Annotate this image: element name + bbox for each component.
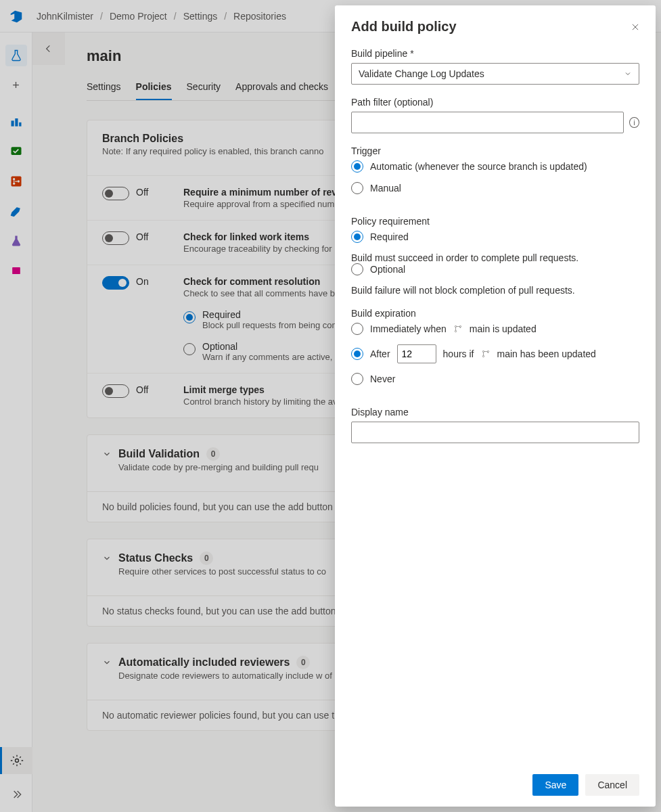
save-button[interactable]: Save xyxy=(532,774,578,796)
radio-immediate[interactable] xyxy=(351,323,363,335)
display-name-input[interactable] xyxy=(351,422,639,443)
expiration-option-after[interactable]: After hours if main has been updated xyxy=(351,344,639,363)
option-desc: Build must succeed in order to complete … xyxy=(351,252,639,263)
option-label-prefix: Immediately when xyxy=(370,323,447,334)
field-label: Trigger xyxy=(351,145,639,156)
close-button[interactable] xyxy=(626,18,645,37)
field-label: Display name xyxy=(351,407,639,418)
svg-point-10 xyxy=(455,325,456,327)
field-label: Build pipeline * xyxy=(351,48,639,59)
option-label-prefix: After xyxy=(370,348,390,359)
add-build-policy-panel: Add build policy Build pipeline * Valida… xyxy=(335,5,656,807)
hours-input[interactable] xyxy=(397,344,436,363)
svg-point-12 xyxy=(459,325,461,327)
build-pipeline-select[interactable]: Validate Change Log Updates xyxy=(351,63,639,85)
trigger-option-automatic[interactable]: Automatic (whenever the source branch is… xyxy=(351,160,639,173)
build-pipeline-field: Build pipeline * Validate Change Log Upd… xyxy=(351,48,639,85)
requirement-option-required[interactable]: Required xyxy=(351,231,639,243)
option-label-suffix: main is updated xyxy=(470,323,537,334)
svg-point-11 xyxy=(455,330,456,332)
select-value: Validate Change Log Updates xyxy=(359,68,484,79)
policy-requirement-field: Policy requirement Required Build must s… xyxy=(351,216,639,296)
panel-footer: Save Cancel xyxy=(351,774,639,796)
field-label: Build expiration xyxy=(351,308,639,319)
cancel-button[interactable]: Cancel xyxy=(585,774,639,796)
info-icon[interactable]: i xyxy=(629,117,639,128)
expiration-option-immediate[interactable]: Immediately when main is updated xyxy=(351,323,639,335)
branch-icon xyxy=(453,324,463,334)
radio-manual[interactable] xyxy=(351,182,363,194)
branch-icon xyxy=(481,349,491,359)
option-label-mid: hours if xyxy=(443,348,474,359)
radio-optional[interactable] xyxy=(351,263,363,275)
trigger-option-manual[interactable]: Manual xyxy=(351,182,639,194)
expiration-option-never[interactable]: Never xyxy=(351,373,639,385)
option-desc: Build failure will not block completion … xyxy=(351,285,639,296)
radio-never[interactable] xyxy=(351,373,363,385)
trigger-field: Trigger Automatic (whenever the source b… xyxy=(351,145,639,204)
field-label: Path filter (optional) xyxy=(351,97,639,108)
svg-point-14 xyxy=(482,355,484,357)
radio-after-hours[interactable] xyxy=(351,348,363,360)
field-label: Policy requirement xyxy=(351,216,639,227)
radio-automatic[interactable] xyxy=(351,160,363,173)
option-label: Never xyxy=(370,374,395,384)
chevron-down-icon xyxy=(624,70,632,78)
panel-title: Add build policy xyxy=(351,19,639,35)
build-expiration-field: Build expiration Immediately when main i… xyxy=(351,308,639,394)
option-label: Automatic (whenever the source branch is… xyxy=(370,161,587,172)
option-label: Required xyxy=(370,231,409,242)
svg-point-15 xyxy=(487,351,488,352)
path-filter-field: Path filter (optional) i xyxy=(351,97,639,133)
option-label: Optional xyxy=(370,264,405,275)
option-label-suffix: main has been updated xyxy=(497,348,596,359)
path-filter-input[interactable] xyxy=(351,112,624,133)
display-name-field: Display name xyxy=(351,407,639,443)
option-label: Manual xyxy=(370,183,401,194)
svg-point-13 xyxy=(482,351,484,352)
radio-required[interactable] xyxy=(351,231,363,243)
requirement-option-optional[interactable]: Optional xyxy=(351,263,639,275)
